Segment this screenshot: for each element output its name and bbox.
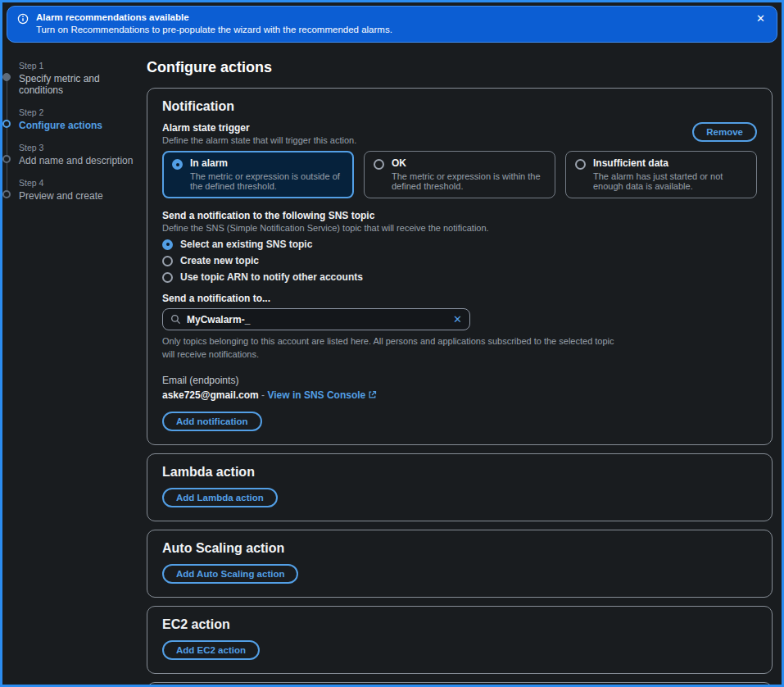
notification-panel-title: Notification	[162, 99, 757, 114]
card-description: The metric or expression is outside of t…	[190, 171, 344, 191]
notification-panel: Notification Alarm state trigger Define …	[147, 88, 773, 445]
info-circle-icon	[17, 12, 29, 28]
remove-button[interactable]: Remove	[692, 122, 757, 142]
wizard-content: Step 1 Specify metric and conditions Ste…	[2, 49, 782, 687]
banner-title: Alarm recommendations available	[36, 12, 749, 22]
auto-scaling-action-title: Auto Scaling action	[162, 541, 757, 556]
radio-unselected-icon	[374, 159, 384, 170]
card-description: The alarm has just started or not enough…	[593, 171, 747, 191]
sidebar-item-step2[interactable]: Step 2 Configure actions	[19, 107, 142, 131]
step-label: Preview and create	[19, 190, 142, 202]
card-description: The metric or expression is within the d…	[392, 171, 546, 191]
radio-label: Select an existing SNS topic	[180, 239, 312, 250]
ec2-action-title: EC2 action	[162, 617, 757, 632]
sidebar-item-step4[interactable]: Step 4 Preview and create	[19, 178, 142, 202]
radio-unselected-icon	[162, 256, 173, 266]
email-address: aske725@gmail.com	[162, 389, 259, 401]
auto-scaling-action-panel: Auto Scaling action Add Auto Scaling act…	[147, 530, 773, 598]
radio-create-new-topic[interactable]: Create new topic	[162, 255, 757, 266]
add-auto-scaling-action-button[interactable]: Add Auto Scaling action	[162, 564, 298, 584]
step-number: Step 3	[19, 143, 142, 152]
clear-input-icon[interactable]: ✕	[453, 314, 462, 325]
step-label: Specify metric and conditions	[19, 73, 142, 96]
card-title: OK	[392, 157, 546, 169]
sns-topic-search-input[interactable]	[187, 314, 447, 325]
banner-description: Turn on Recommendations to pre-populate …	[36, 25, 749, 34]
sidebar-item-step3[interactable]: Step 3 Add name and description	[19, 143, 142, 166]
search-icon	[170, 314, 181, 325]
alarm-state-cards: In alarm The metric or expression is out…	[162, 151, 757, 198]
main-content: Configure actions Notification Alarm sta…	[142, 49, 782, 687]
page-title: Configure actions	[147, 59, 773, 76]
radio-label: Create new topic	[180, 255, 259, 266]
alarm-state-trigger-label: Alarm state trigger	[162, 122, 356, 134]
add-lambda-action-button[interactable]: Add Lambda action	[162, 488, 278, 507]
send-notification-to-label: Send a notification to...	[162, 293, 757, 304]
step-label: Configure actions	[19, 120, 142, 131]
radio-use-topic-arn[interactable]: Use topic ARN to notify other accounts	[162, 271, 757, 283]
add-ec2-action-button[interactable]: Add EC2 action	[162, 640, 260, 660]
sns-topic-description: Define the SNS (Simple Notification Serv…	[162, 223, 757, 233]
radio-select-existing-sns-topic[interactable]: Select an existing SNS topic	[162, 239, 757, 250]
recommendations-banner: Alarm recommendations available Turn on …	[7, 6, 777, 43]
radio-selected-icon	[162, 239, 173, 250]
step-number: Step 4	[19, 178, 142, 188]
step-number: Step 2	[19, 107, 142, 117]
radio-selected-icon	[172, 159, 183, 170]
radio-card-insufficient-data[interactable]: Insufficient data The alarm has just sta…	[565, 151, 757, 198]
email-endpoints-label: Email (endpoints)	[162, 375, 757, 386]
radio-card-ok[interactable]: OK The metric or expression is within th…	[364, 151, 555, 198]
external-link-icon	[368, 390, 377, 402]
email-separator: -	[259, 389, 268, 401]
sns-topic-search-box: ✕	[162, 308, 470, 330]
sns-topic-label: Send a notification to the following SNS…	[162, 210, 757, 221]
add-notification-button[interactable]: Add notification	[162, 412, 262, 431]
step1-circle-icon	[2, 73, 11, 81]
lambda-action-title: Lambda action	[162, 465, 757, 480]
step-label: Add name and description	[19, 155, 142, 166]
systems-manager-action-panel: Systems Manager actionInfo This action w…	[147, 682, 773, 687]
step-number: Step 1	[19, 61, 142, 71]
alarm-state-trigger-description: Define the alarm state that will trigger…	[162, 135, 356, 145]
card-title: Insufficient data	[593, 157, 747, 169]
view-in-sns-console-link[interactable]: View in SNS Console	[267, 389, 365, 401]
close-icon[interactable]: ✕	[756, 12, 765, 24]
sidebar-item-step1[interactable]: Step 1 Specify metric and conditions	[19, 61, 142, 96]
lambda-action-panel: Lambda action Add Lambda action	[147, 453, 773, 521]
radio-unselected-icon	[575, 159, 586, 170]
radio-label: Use topic ARN to notify other accounts	[180, 271, 363, 283]
step2-circle-icon	[2, 120, 11, 128]
sns-topic-help-text: Only topics belonging to this account ar…	[162, 335, 621, 362]
step3-circle-icon	[2, 155, 11, 163]
step4-circle-icon	[2, 190, 11, 198]
card-title: In alarm	[190, 157, 344, 169]
radio-card-in-alarm[interactable]: In alarm The metric or expression is out…	[162, 151, 354, 198]
radio-unselected-icon	[162, 272, 173, 283]
wizard-steps-sidebar: Step 1 Specify metric and conditions Ste…	[2, 49, 142, 213]
ec2-action-panel: EC2 action Add EC2 action	[147, 606, 773, 674]
